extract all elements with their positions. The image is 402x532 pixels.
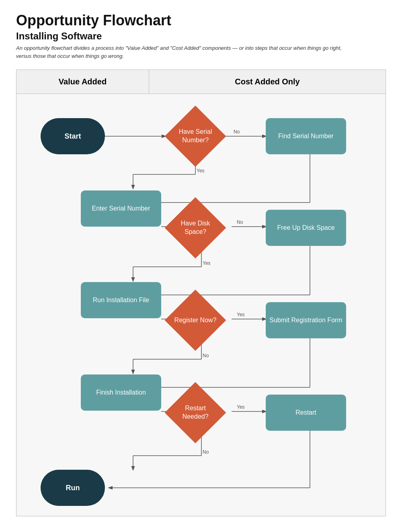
description: An opportunity flowchart divides a proce… — [16, 44, 346, 60]
restart-node: Restart — [266, 395, 346, 431]
run-node: Run — [41, 470, 105, 506]
svg-text:Yes: Yes — [237, 404, 245, 410]
free-disk-node: Free Up Disk Space — [266, 210, 346, 246]
left-column-header: Value Added — [16, 70, 149, 94]
run-install-node: Run Installation File — [81, 282, 161, 318]
svg-text:No: No — [203, 449, 209, 455]
subtitle: Installing Software — [16, 31, 386, 42]
find-serial-node: Find Serial Number — [266, 118, 346, 154]
start-node: Start — [41, 118, 105, 154]
svg-text:Yes: Yes — [197, 168, 205, 174]
enter-serial-node: Enter Serial Number — [81, 190, 161, 227]
svg-text:No: No — [234, 129, 240, 135]
register-now-node: Register Now? — [165, 298, 226, 342]
svg-text:No: No — [203, 353, 209, 358]
flowchart-body: No Yes No Yes — [16, 94, 386, 516]
have-disk-node: Have Disk Space? — [165, 206, 226, 250]
svg-text:Yes: Yes — [203, 260, 211, 266]
flowchart: Value Added Cost Added Only No Yes — [16, 70, 386, 516]
svg-text:Yes: Yes — [237, 312, 245, 317]
page-title: Opportunity Flowchart — [16, 12, 386, 29]
right-column-header: Cost Added Only — [149, 70, 386, 94]
svg-text:No: No — [237, 219, 243, 225]
have-serial-node: Have Serial Number? — [165, 114, 226, 158]
finish-install-node: Finish Installation — [81, 374, 161, 411]
submit-reg-node: Submit Registration Form — [266, 302, 346, 338]
restart-needed-node: Restart Needed? — [165, 391, 226, 435]
column-headers: Value Added Cost Added Only — [16, 70, 386, 94]
